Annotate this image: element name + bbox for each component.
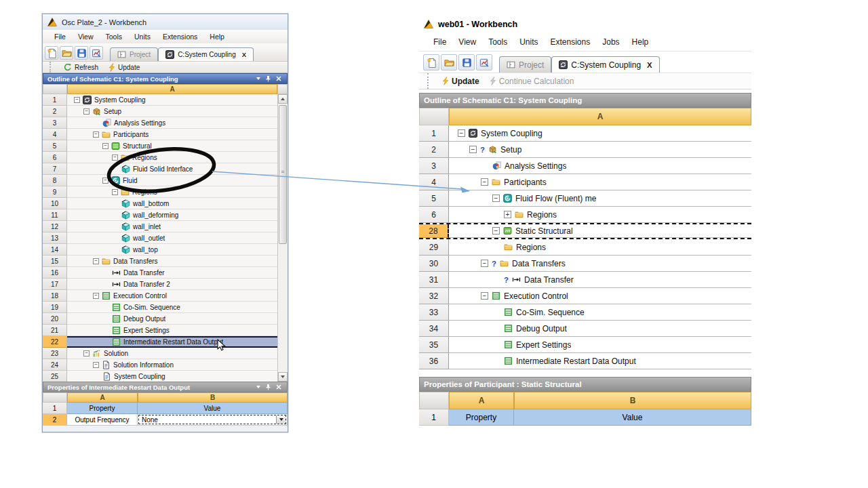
collapse-icon[interactable]: −	[481, 292, 488, 300]
menu-item-view[interactable]: View	[452, 36, 482, 48]
scroll-down-icon[interactable]	[278, 372, 288, 382]
open-button[interactable]	[441, 54, 457, 70]
row-number[interactable]: 28	[419, 224, 449, 238]
row-number[interactable]: 1	[419, 125, 449, 142]
outline-row-14[interactable]: 14wall_top	[43, 244, 288, 256]
row-number[interactable]: 31	[419, 272, 449, 288]
column-a-header-right[interactable]: A	[449, 108, 751, 125]
outline-row-3[interactable]: 3Analysis Settings	[43, 117, 288, 129]
panel-close-icon[interactable]	[274, 383, 283, 391]
column-a-header[interactable]: A	[449, 392, 514, 409]
column-a-header-left[interactable]: A	[67, 84, 277, 94]
row-number[interactable]: 35	[419, 337, 449, 353]
row-cell[interactable]: −Regions	[67, 152, 288, 163]
row-number[interactable]: 4	[43, 129, 67, 140]
tab-close-icon[interactable]: X	[242, 51, 246, 58]
collapse-icon[interactable]: −	[93, 293, 99, 299]
collapse-icon[interactable]: −	[469, 146, 477, 153]
titlebar-left[interactable]: Osc Plate_2 - Workbench	[43, 14, 288, 30]
row-cell[interactable]: Fluid Solid Interface	[67, 163, 288, 175]
outline-row-7[interactable]: 7Fluid Solid Interface	[43, 163, 288, 175]
collapse-icon[interactable]: −	[102, 143, 108, 149]
expand-icon[interactable]: +	[504, 211, 511, 218]
row-cell[interactable]: −Solution Information	[67, 359, 288, 371]
row-number[interactable]: 20	[43, 313, 67, 325]
row-cell[interactable]: −Fluid Flow (Fluent) me	[449, 190, 751, 207]
collapse-icon[interactable]: −	[458, 129, 465, 137]
row-cell[interactable]: Debug Output	[67, 313, 288, 325]
outline-row-4[interactable]: 4−Participants	[419, 174, 751, 190]
row-number[interactable]: 8	[43, 175, 67, 186]
outline-row-29[interactable]: 29Regions	[419, 239, 751, 256]
menu-item-tools[interactable]: Tools	[100, 31, 129, 42]
collapse-icon[interactable]: −	[492, 195, 500, 202]
row-number[interactable]: 10	[43, 198, 67, 209]
row-cell[interactable]: Debug Output	[449, 321, 751, 337]
row-cell[interactable]: Expert Settings	[449, 337, 751, 353]
outline-row-4[interactable]: 4−Participants	[43, 129, 288, 140]
outline-row-31[interactable]: 31?Data Transfer	[419, 272, 751, 288]
collapse-icon[interactable]: −	[481, 260, 488, 267]
row-number[interactable]: 6	[419, 207, 449, 223]
tab-close-icon[interactable]: X	[647, 61, 652, 69]
row-cell[interactable]: −?Setup	[449, 142, 751, 158]
outline-row-24[interactable]: 24−Solution Information	[43, 359, 288, 371]
row-cell[interactable]: Data Transfer 2	[67, 279, 288, 290]
row-cell[interactable]: −System Coupling	[67, 94, 288, 106]
outline-row-1[interactable]: 1−System Coupling	[43, 94, 288, 106]
row-number[interactable]: 7	[43, 163, 67, 175]
row-number[interactable]: 25	[43, 371, 67, 382]
row-number[interactable]: 18	[43, 290, 67, 302]
row-number[interactable]: 34	[419, 321, 449, 337]
toolbar-grip[interactable]	[50, 62, 52, 73]
collapse-icon[interactable]: −	[492, 227, 500, 235]
row-number[interactable]: 13	[43, 232, 67, 244]
outline-row-6[interactable]: 6+Regions	[419, 207, 751, 223]
collapse-icon[interactable]: −	[102, 178, 108, 184]
save-button[interactable]	[458, 54, 475, 70]
row-number[interactable]: 6	[43, 152, 67, 163]
menu-item-tools[interactable]: Tools	[482, 36, 513, 48]
scrollbar-vertical[interactable]	[277, 94, 288, 382]
new-button[interactable]	[423, 54, 439, 70]
outline-row-35[interactable]: 35Expert Settings	[419, 337, 751, 353]
outline-row-5[interactable]: 5−Structural	[43, 140, 288, 152]
row-number[interactable]: 11	[43, 209, 67, 221]
row-number[interactable]: 14	[43, 244, 67, 256]
collapse-icon[interactable]: −	[481, 178, 488, 186]
menu-item-jobs[interactable]: Jobs	[596, 36, 625, 48]
column-a-header[interactable]: A	[67, 392, 138, 403]
outline-row-5[interactable]: 5−Fluid Flow (Fluent) me	[419, 190, 751, 207]
outline-row-2[interactable]: 2−Setup	[43, 106, 288, 117]
row-cell[interactable]: wall_top	[67, 244, 288, 256]
new-button[interactable]	[45, 46, 58, 60]
menu-item-help[interactable]: Help	[626, 36, 655, 48]
property-row-2[interactable]: 2Output FrequencyNone	[43, 414, 288, 426]
tab-project[interactable]: Project	[110, 47, 158, 61]
row-number[interactable]: 33	[419, 304, 449, 321]
row-cell[interactable]: System Coupling	[67, 371, 288, 382]
collapse-icon[interactable]: −	[93, 362, 99, 368]
outline-row-11[interactable]: 11wall_deforming	[43, 209, 288, 221]
row-cell[interactable]: −Participants	[67, 129, 288, 140]
tab-project[interactable]: Project	[499, 56, 551, 73]
row-cell[interactable]: −?Data Transfers	[449, 256, 751, 272]
row-number[interactable]: 4	[419, 174, 449, 190]
row-number[interactable]: 21	[43, 325, 67, 336]
outline-row-18[interactable]: 18−Execution Control	[43, 290, 288, 302]
row-number[interactable]: 9	[43, 186, 67, 198]
row-number[interactable]: 12	[43, 221, 67, 232]
outline-row-23[interactable]: 23−Solution	[43, 348, 288, 359]
row-cell[interactable]: Co-Sim. Sequence	[67, 302, 288, 313]
row-number[interactable]: 1	[43, 94, 67, 106]
menu-item-file[interactable]: File	[48, 31, 72, 42]
row-cell[interactable]: +Regions	[449, 207, 751, 223]
row-number[interactable]: 5	[43, 140, 67, 152]
row-cell[interactable]: −Fluid	[67, 175, 288, 186]
menu-item-units[interactable]: Units	[128, 31, 157, 42]
outline-row-20[interactable]: 20Debug Output	[43, 313, 288, 325]
outline-row-32[interactable]: 32−Execution Control	[419, 288, 751, 304]
outline-row-36[interactable]: 36Intermediate Restart Data Output	[419, 353, 751, 369]
row-cell[interactable]: Analysis Settings	[67, 117, 288, 129]
row-number[interactable]: 29	[419, 239, 449, 256]
